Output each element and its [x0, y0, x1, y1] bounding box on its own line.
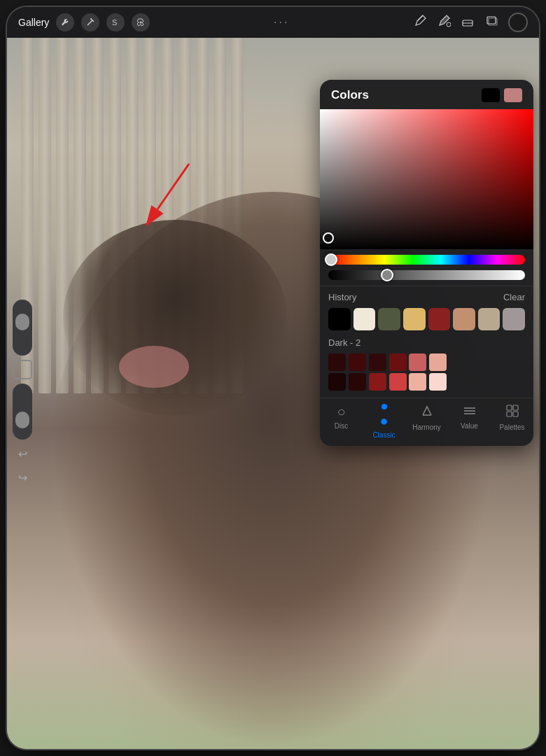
classic-tab-label: Classic: [372, 431, 395, 439]
active-color[interactable]: [508, 13, 528, 32]
value-tab-icon: [463, 404, 477, 420]
palette-swatch-10[interactable]: [389, 373, 407, 391]
history-swatch-5[interactable]: [428, 308, 451, 330]
more-options[interactable]: ···: [274, 16, 289, 29]
layers-icon[interactable]: [484, 14, 498, 31]
eraser-icon[interactable]: [461, 14, 475, 31]
picker-cursor: [323, 232, 334, 244]
svg-rect-17: [507, 405, 512, 410]
opacity-slider[interactable]: [328, 270, 525, 280]
history-swatch-6[interactable]: [453, 308, 475, 330]
palette-swatch-12[interactable]: [429, 373, 447, 391]
fill-pen-icon[interactable]: [437, 14, 451, 31]
history-swatch-2[interactable]: [354, 308, 376, 330]
dog-head: [63, 220, 287, 416]
selection-icon[interactable]: [132, 13, 150, 31]
foreground-color-swatch[interactable]: [482, 88, 500, 102]
opacity-slider-left[interactable]: [13, 384, 32, 440]
palette-swatch-7[interactable]: [328, 373, 346, 391]
smudge-icon[interactable]: S: [106, 13, 125, 31]
svg-line-5: [417, 15, 423, 21]
colors-tabs: ○ Disc ● Classic Harmony: [320, 398, 533, 446]
palette-section: Dark - 2: [320, 333, 533, 398]
opacity-thumb: [381, 269, 393, 281]
palettes-tab-label: Palettes: [499, 424, 524, 431]
dog-tongue: [119, 346, 189, 388]
ipad-frame: Gallery S: [7, 7, 539, 749]
palette-swatch-2[interactable]: [349, 354, 366, 371]
history-swatch-3[interactable]: [378, 308, 400, 330]
svg-point-6: [447, 22, 451, 27]
disc-tab-icon: ○: [337, 404, 345, 420]
palette-swatch-11[interactable]: [409, 373, 426, 391]
color-gradient-picker[interactable]: [320, 109, 533, 249]
palette-swatch-8[interactable]: [349, 373, 366, 391]
svg-text:S: S: [112, 18, 117, 27]
colors-panel-title: Colors: [331, 88, 369, 102]
gallery-button[interactable]: Gallery: [18, 17, 49, 28]
palette-swatch-9[interactable]: [369, 373, 386, 391]
hue-slider[interactable]: [328, 255, 525, 265]
left-toolbar: ↩ ↪: [13, 300, 32, 487]
harmony-tab-label: Harmony: [412, 424, 441, 431]
top-bar-right: [413, 13, 528, 32]
brush-size-slider[interactable]: [13, 300, 32, 356]
svg-point-2: [90, 18, 92, 20]
classic-tab-icon: ●: [379, 413, 388, 429]
undo-button[interactable]: ↩: [13, 444, 32, 463]
colors-panel: Colors: [320, 80, 533, 446]
history-swatch-4[interactable]: [403, 308, 426, 330]
canvas-area: ↩ ↪ Colors: [7, 38, 539, 749]
tab-classic[interactable]: ● Classic: [363, 404, 405, 439]
classic-active-indicator: [382, 404, 387, 410]
wrench-icon[interactable]: [56, 13, 74, 31]
opacity-slider-container: [320, 267, 533, 286]
history-label: History: [328, 292, 356, 302]
svg-rect-18: [513, 405, 518, 410]
hue-thumb: [325, 253, 337, 266]
history-swatches: [328, 308, 525, 330]
svg-line-12: [158, 164, 189, 209]
red-arrow-annotation: [126, 150, 210, 234]
history-section: History Clear: [320, 286, 533, 333]
palettes-tab-icon: [505, 404, 519, 421]
palette-swatch-5[interactable]: [409, 354, 426, 371]
hue-slider-container: [320, 249, 533, 267]
tab-disc[interactable]: ○ Disc: [320, 404, 363, 439]
history-swatch-8[interactable]: [503, 308, 525, 330]
pen-icon[interactable]: [413, 14, 427, 31]
history-swatch-7[interactable]: [478, 308, 500, 330]
history-header: History Clear: [328, 292, 525, 302]
svg-point-4: [140, 22, 142, 24]
palette-swatch-3[interactable]: [369, 354, 386, 371]
tab-value[interactable]: Value: [448, 404, 491, 439]
svg-line-0: [88, 20, 92, 25]
palette-swatch-4[interactable]: [389, 354, 407, 371]
palette-label: Dark - 2: [328, 337, 525, 348]
magic-wand-icon[interactable]: [81, 13, 99, 31]
colors-panel-header: Colors: [320, 80, 533, 109]
tab-harmony[interactable]: Harmony: [405, 404, 448, 439]
top-bar-left: Gallery S: [18, 13, 150, 31]
transform-tool[interactable]: [13, 360, 32, 379]
disc-tab-label: Disc: [335, 422, 348, 430]
clear-button[interactable]: Clear: [503, 292, 525, 302]
top-bar: Gallery S: [7, 7, 539, 38]
tab-palettes[interactable]: Palettes: [491, 404, 533, 439]
palette-swatch-1[interactable]: [328, 354, 346, 371]
palette-grid: [328, 354, 447, 391]
harmony-tab-icon: [420, 404, 434, 421]
value-tab-label: Value: [461, 422, 478, 430]
redo-button[interactable]: ↪: [13, 468, 32, 487]
svg-rect-19: [507, 412, 512, 416]
background-color-swatch[interactable]: [504, 88, 522, 102]
active-colors-header: [482, 88, 522, 102]
svg-rect-20: [513, 412, 518, 416]
history-swatch-1[interactable]: [328, 308, 351, 330]
palette-swatch-6[interactable]: [429, 354, 447, 371]
